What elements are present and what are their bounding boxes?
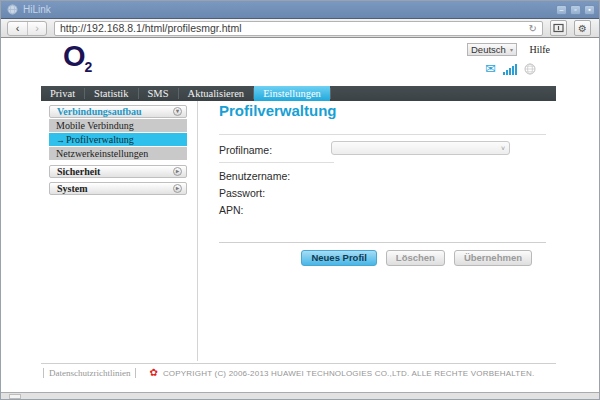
- sidebar-section-sicherheit[interactable]: Sicherheit ▸: [49, 165, 187, 178]
- signal-strength-icon: [503, 64, 517, 75]
- sidebar-section-verbindungsaufbau[interactable]: Verbindungsaufbau ▾: [49, 105, 187, 118]
- active-arrow-icon: →: [56, 135, 65, 145]
- title-divider: [219, 134, 546, 135]
- network-globe-icon: [524, 63, 536, 75]
- expand-circle-icon: ▸: [173, 184, 182, 193]
- button-row: Neues Profil Löschen Übernehmen: [219, 250, 546, 266]
- tab-einstellungen[interactable]: Einstellungen: [254, 86, 330, 101]
- resize-grip[interactable]: [9, 394, 21, 399]
- content-divider: [197, 101, 198, 361]
- panel-icon: [553, 23, 564, 33]
- sidebar-item-netzwerkeinstellungen[interactable]: Netzwerkeinstellungen: [49, 147, 187, 160]
- window-titlebar[interactable]: HiLink – ▫ ▪: [1, 1, 599, 19]
- benutzername-label: Benutzername:: [219, 170, 290, 182]
- page-title: Profilverwaltung: [219, 102, 337, 119]
- tab-aktualisieren[interactable]: Aktualisieren: [179, 86, 254, 101]
- profilname-select[interactable]: ˅: [331, 141, 510, 155]
- window-bottom-bar: [1, 392, 599, 399]
- apn-label: APN:: [219, 204, 244, 216]
- profilname-label: Profilname:: [219, 144, 272, 156]
- tab-statistik[interactable]: Statistik: [85, 86, 137, 101]
- collapse-circle-icon: ▾: [173, 107, 182, 116]
- status-icons: ✉: [485, 62, 536, 75]
- settings-sidebar: Verbindungsaufbau ▾ Mobile Verbindung → …: [49, 105, 187, 195]
- history-nav-group: ‹ ›: [7, 21, 47, 36]
- chevron-down-icon: ▾: [510, 46, 513, 53]
- help-link[interactable]: Hilfe: [529, 44, 550, 55]
- language-value: Deutsch: [471, 44, 506, 55]
- loeschen-button[interactable]: Löschen: [386, 250, 445, 266]
- back-button[interactable]: ‹: [8, 22, 27, 35]
- o2-logo: O2: [63, 40, 92, 75]
- sidebar-item-profilverwaltung[interactable]: → Profilverwaltung: [49, 133, 187, 146]
- expand-circle-icon: ▸: [173, 167, 182, 176]
- privacy-link[interactable]: Datenschutzrichtlinien: [43, 368, 136, 378]
- close-button[interactable]: ▪: [584, 5, 595, 15]
- tab-sms[interactable]: SMS: [139, 86, 178, 101]
- maximize-button[interactable]: ▫: [570, 5, 581, 15]
- minimize-button[interactable]: –: [556, 5, 567, 15]
- field-divider: [219, 162, 334, 163]
- sidebar-section-system[interactable]: System ▸: [49, 182, 187, 195]
- tab-privat[interactable]: Privat: [41, 86, 84, 101]
- huawei-logo-icon: ✿: [149, 368, 157, 378]
- sidebar-item-mobile-verbindung[interactable]: Mobile Verbindung: [49, 119, 187, 132]
- window-title: HiLink: [23, 4, 51, 15]
- profile-management-panel: Profilverwaltung Profilname: ˅ Benutzern…: [219, 101, 546, 366]
- nav-divider: [330, 88, 331, 99]
- buttons-divider: [219, 242, 546, 243]
- language-select[interactable]: Deutsch ▾: [467, 43, 517, 56]
- browser-window: HiLink – ▫ ▪ ‹ › ↻ ⚙ O2: [0, 0, 600, 400]
- refresh-icon[interactable]: ↻: [529, 22, 537, 35]
- panel-button[interactable]: [550, 20, 567, 36]
- copyright-text: COPYRIGHT (C) 2006-2013 HUAWEI TECHNOLOG…: [163, 369, 535, 378]
- page-footer: Datenschutzrichtlinien ✿ COPYRIGHT (C) 2…: [41, 363, 556, 378]
- address-bar[interactable]: ↻: [54, 21, 543, 36]
- browser-toolbar: ‹ › ↻ ⚙: [1, 19, 599, 38]
- uebernehmen-button[interactable]: Übernehmen: [454, 250, 532, 266]
- page-viewport: O2 Deutsch ▾ Hilfe ✉ Privat Statistik: [1, 38, 599, 392]
- globe-favicon-icon: [7, 4, 18, 15]
- gear-icon: ⚙: [578, 23, 587, 34]
- passwort-label: Passwort:: [219, 187, 265, 199]
- forward-button[interactable]: ›: [27, 22, 46, 35]
- main-nav: Privat Statistik SMS Aktualisieren Einst…: [41, 86, 556, 101]
- neues-profil-button[interactable]: Neues Profil: [301, 250, 376, 266]
- mail-icon[interactable]: ✉: [485, 63, 496, 75]
- chevron-down-icon: ˅: [501, 145, 505, 152]
- url-input[interactable]: [60, 22, 529, 35]
- settings-menu-button[interactable]: ⚙: [574, 20, 591, 36]
